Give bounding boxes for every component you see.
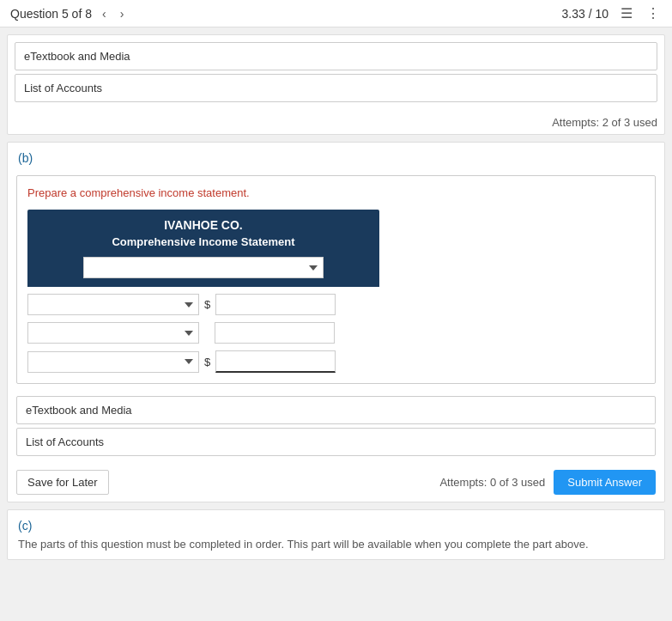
form-row-1: $ — [27, 294, 379, 315]
question-title: Question 5 of 8 — [10, 7, 92, 21]
main-content: eTextbook and Media List of Accounts Att… — [0, 34, 672, 560]
header-right: 3.33 / 10 ☰ ⋮ — [562, 3, 663, 23]
header-left: Question 5 of 8 ‹ › — [10, 5, 127, 22]
part-c-text: The parts of this question must be compl… — [18, 538, 654, 551]
part-a-panel: eTextbook and Media List of Accounts Att… — [7, 34, 665, 135]
amount-input-1[interactable] — [215, 294, 336, 315]
account-select-2[interactable] — [27, 322, 199, 344]
part-c-panel: (c) The parts of this question must be c… — [7, 509, 665, 560]
part-b-label: (b) — [8, 143, 664, 170]
score-display: 3.33 / 10 — [562, 7, 609, 21]
attempts-display-b: Attempts: 0 of 3 used — [439, 476, 545, 489]
amount-input-3[interactable] — [215, 350, 336, 373]
dollar-sign-3: $ — [204, 356, 210, 368]
more-options-button[interactable]: ⋮ — [645, 3, 662, 23]
form-row-3: $ — [27, 350, 379, 373]
amount-input-2[interactable] — [215, 322, 335, 344]
company-name: IVANHOE CO. — [38, 218, 369, 232]
part-b-bottom-resources: eTextbook and Media List of Accounts — [8, 389, 664, 466]
form-row-2 — [27, 322, 379, 344]
list-icon-button[interactable]: ☰ — [619, 3, 634, 23]
instruction-text: Prepare a comprehensive income statement… — [27, 186, 645, 199]
next-question-button[interactable]: › — [117, 5, 128, 22]
part-a-resources: eTextbook and Media List of Accounts — [8, 35, 664, 113]
prev-question-button[interactable]: ‹ — [99, 5, 110, 22]
account-select-3[interactable] — [27, 351, 199, 373]
part-b-inner: Prepare a comprehensive income statement… — [16, 175, 656, 384]
period-dropdown[interactable]: For the Year Ended December 31, 2025 For… — [83, 257, 324, 278]
account-select-1[interactable] — [27, 294, 199, 315]
dollar-sign-1: $ — [204, 298, 210, 311]
income-form-rows: $ $ — [27, 294, 379, 373]
income-statement-header: IVANHOE CO. Comprehensive Income Stateme… — [27, 210, 379, 287]
part-b-panel: (b) Prepare a comprehensive income state… — [7, 142, 665, 502]
part-c-label: (c) — [18, 519, 654, 533]
save-submit-row: Save for Later Attempts: 0 of 3 used Sub… — [8, 466, 664, 502]
submit-answer-button[interactable]: Submit Answer — [554, 470, 656, 495]
etextbook-link-a[interactable]: eTextbook and Media — [15, 42, 657, 70]
list-accounts-link-b[interactable]: List of Accounts — [16, 428, 656, 456]
attempts-display-a: Attempts: 2 of 3 used — [8, 113, 664, 134]
save-later-button[interactable]: Save for Later — [16, 470, 109, 495]
list-accounts-link-a[interactable]: List of Accounts — [15, 74, 657, 102]
header-dropdown-row: For the Year Ended December 31, 2025 For… — [38, 253, 369, 278]
statement-title: Comprehensive Income Statement — [38, 235, 369, 248]
etextbook-link-b[interactable]: eTextbook and Media — [16, 396, 656, 424]
right-actions: Attempts: 0 of 3 used Submit Answer — [439, 470, 656, 495]
question-header: Question 5 of 8 ‹ › 3.33 / 10 ☰ ⋮ — [0, 0, 672, 27]
